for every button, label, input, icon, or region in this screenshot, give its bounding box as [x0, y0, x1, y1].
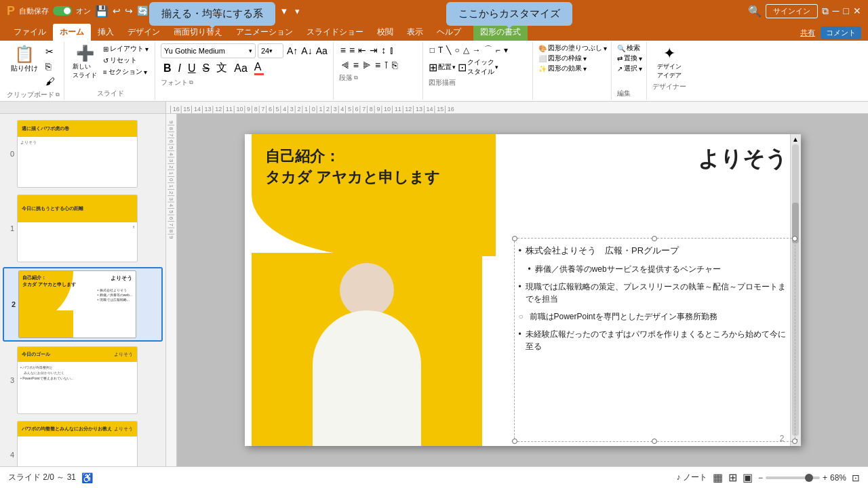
- line-spacing-icon[interactable]: ↕: [380, 43, 387, 57]
- shape-text-icon[interactable]: T: [437, 45, 444, 56]
- slide-0-img[interactable]: 週に描くパワポ虎の巻 よりそう: [17, 120, 138, 188]
- slide-4-img[interactable]: パワポの均整整とみんなにお分かりお教え よりそう: [17, 421, 138, 466]
- shape-rect-icon[interactable]: □: [429, 45, 436, 56]
- sel-handle-tl[interactable]: [512, 236, 517, 241]
- shape-fill-button[interactable]: 🎨 図形の塗りつぶし ▾: [538, 43, 607, 53]
- para-expand-icon[interactable]: ⧉: [354, 75, 358, 81]
- shape-effect-button[interactable]: ✨ 図形の効果 ▾: [538, 64, 607, 73]
- normal-view-icon[interactable]: ▦: [713, 471, 723, 484]
- align-center-icon[interactable]: ≡: [352, 58, 360, 72]
- tab-transitions[interactable]: 画面切り替え: [167, 24, 229, 41]
- tab-insert[interactable]: 挿入: [91, 24, 121, 41]
- redo-icon[interactable]: ↪: [125, 5, 133, 16]
- shape-arrow-icon[interactable]: →: [471, 45, 482, 56]
- font-increase-icon[interactable]: A↑: [285, 44, 299, 58]
- font-color-button[interactable]: A: [252, 60, 267, 77]
- decrease-indent-icon[interactable]: ⇤: [357, 43, 368, 57]
- qa-align-icon[interactable]: ⊟: [153, 6, 163, 16]
- sel-handle-bl[interactable]: [512, 439, 517, 444]
- slide-1-img[interactable]: 今日に挑もうとする心の距離 f: [17, 195, 138, 262]
- text-direction-icon[interactable]: ⊺: [382, 58, 390, 72]
- qa-grid-icon[interactable]: ⊞: [239, 6, 250, 16]
- section-button[interactable]: ≡ セクション ▾: [101, 66, 151, 77]
- quick-styles-button[interactable]: ⊡ クイックスタイル ▾: [458, 58, 498, 77]
- format-painter-button[interactable]: 🖌: [43, 75, 57, 88]
- reset-button[interactable]: ↺ リセット: [101, 55, 151, 66]
- search-button[interactable]: 🔍 検索: [617, 43, 642, 53]
- sel-handle-tm[interactable]: [652, 236, 657, 241]
- zoom-minus-button[interactable]: −: [758, 473, 763, 483]
- sel-handle-tr[interactable]: [792, 236, 797, 241]
- shape-outline-button[interactable]: ⬜ 図形の枠線 ▾: [538, 54, 607, 63]
- save-icon[interactable]: 💾: [95, 5, 108, 18]
- qa-table-icon[interactable]: ⊞: [199, 6, 209, 16]
- tab-help[interactable]: ヘルプ: [430, 24, 468, 41]
- zoom-level[interactable]: 68%: [830, 473, 846, 483]
- qa-chart-icon[interactable]: 📊: [181, 6, 195, 16]
- sel-handle-br[interactable]: [792, 439, 797, 444]
- tab-file[interactable]: ファイル: [7, 24, 53, 41]
- font-expand-icon[interactable]: ⧉: [189, 79, 193, 86]
- slide-thumb-0[interactable]: 0 週に描くパワポ虎の巻 よりそう: [3, 118, 163, 190]
- bullet-list-icon[interactable]: ≡: [339, 43, 347, 57]
- slide-thumb-4[interactable]: 4 パワポの均整整とみんなにお分かりお教え よりそう: [3, 419, 163, 466]
- undo-icon[interactable]: ↩: [113, 5, 121, 16]
- slide-canvas[interactable]: 自己紹介： タカダ アヤカと申します よりそう: [245, 134, 801, 446]
- font-decrease-icon[interactable]: A↓: [300, 44, 313, 58]
- case-button[interactable]: Aa: [231, 61, 250, 76]
- font-clear-icon[interactable]: Aa: [315, 44, 329, 58]
- qa-align2-icon[interactable]: ≡: [227, 6, 235, 16]
- qa-circle-icon[interactable]: ○: [267, 6, 275, 16]
- shape-line-icon[interactable]: ╲: [445, 45, 452, 56]
- italic-button[interactable]: I: [176, 61, 184, 76]
- tab-slideshow[interactable]: スライドショー: [300, 24, 370, 41]
- designer-button[interactable]: ✦ デザインアイデア: [652, 43, 686, 81]
- zoom-plus-button[interactable]: +: [823, 473, 827, 483]
- repeat-icon[interactable]: 🔄: [137, 5, 149, 16]
- layout-button[interactable]: ⊞ レイアウト ▾: [101, 43, 151, 54]
- align-right-icon[interactable]: ⫸: [361, 58, 373, 72]
- qa-distribute-icon[interactable]: ⊠: [167, 6, 177, 16]
- numbered-list-icon[interactable]: ≡: [348, 43, 356, 57]
- align-left-icon[interactable]: ⫷: [339, 58, 351, 72]
- strikethrough-button[interactable]: S: [200, 61, 213, 76]
- share-button[interactable]: 共有: [800, 28, 815, 38]
- close-icon[interactable]: ✕: [853, 5, 861, 16]
- notes-label[interactable]: ♪ ノート: [677, 472, 707, 483]
- justify-icon[interactable]: ≡: [374, 58, 382, 72]
- increase-indent-icon[interactable]: ⇥: [368, 43, 379, 57]
- select-button[interactable]: ↗ 選択 ▾: [617, 64, 642, 73]
- slide-thumb-1[interactable]: 1 今日に挑もうとする心の距離 f: [3, 192, 163, 264]
- font-name-selector[interactable]: Yu Gothic Medium ▾: [161, 43, 256, 58]
- qa-format-icon[interactable]: ⊡: [213, 6, 223, 16]
- copy-button[interactable]: ⎘: [43, 60, 57, 73]
- shape-callout-icon[interactable]: ⌐: [494, 45, 502, 56]
- slide-2-img[interactable]: 自己紹介：タカダ アヤカと申します よりそう • 株式会社よりそう• 葬儀／供養…: [18, 270, 136, 338]
- restore-icon[interactable]: ⧉: [822, 5, 829, 17]
- accessibility-icon[interactable]: ♿: [81, 472, 93, 483]
- shape-more-icon[interactable]: ▾: [502, 45, 509, 56]
- shadow-button[interactable]: 文: [214, 60, 230, 77]
- sel-handle-bm[interactable]: [652, 439, 657, 444]
- slide-thumb-2[interactable]: 2 自己紹介：タカダ アヤカと申します よりそう • 株式会社よりそう• 葬儀／…: [3, 267, 163, 342]
- qa-arrange-icon[interactable]: ⧉: [254, 5, 262, 16]
- paste-button[interactable]: 📋 貼り付け: [8, 43, 41, 89]
- arrange-button[interactable]: ⊞ 配置 ▾: [429, 61, 456, 74]
- slide-thumb-3[interactable]: 3 今日のゴール よりそう • パワポが均等整列と みんなにお分かりいただく •…: [3, 344, 163, 416]
- signin-button[interactable]: サインイン: [766, 4, 818, 18]
- qa-custom-icon[interactable]: ▾: [294, 6, 301, 16]
- autosave-toggle[interactable]: [53, 6, 72, 16]
- smart-art-icon[interactable]: ⎘: [391, 58, 399, 72]
- fit-slide-icon[interactable]: ⊡: [852, 472, 860, 483]
- comment-button[interactable]: コメント: [821, 26, 861, 39]
- columns-icon[interactable]: ⫿: [388, 43, 395, 57]
- shape-connector-icon[interactable]: ⌒: [483, 43, 494, 56]
- font-size-selector[interactable]: 24 ▾: [258, 43, 283, 58]
- grid-view-icon[interactable]: ⊞: [728, 471, 737, 484]
- tab-shape-format[interactable]: 図形の書式: [473, 24, 528, 41]
- reader-view-icon[interactable]: ▣: [743, 471, 753, 484]
- search-icon[interactable]: 🔍: [748, 5, 762, 18]
- slide-panel[interactable]: 0 週に描くパワポ虎の巻 よりそう 1 今日に挑もうとする心の距離 f: [0, 114, 166, 466]
- qa-more-icon[interactable]: ▼: [278, 6, 290, 16]
- bold-button[interactable]: B: [161, 61, 174, 76]
